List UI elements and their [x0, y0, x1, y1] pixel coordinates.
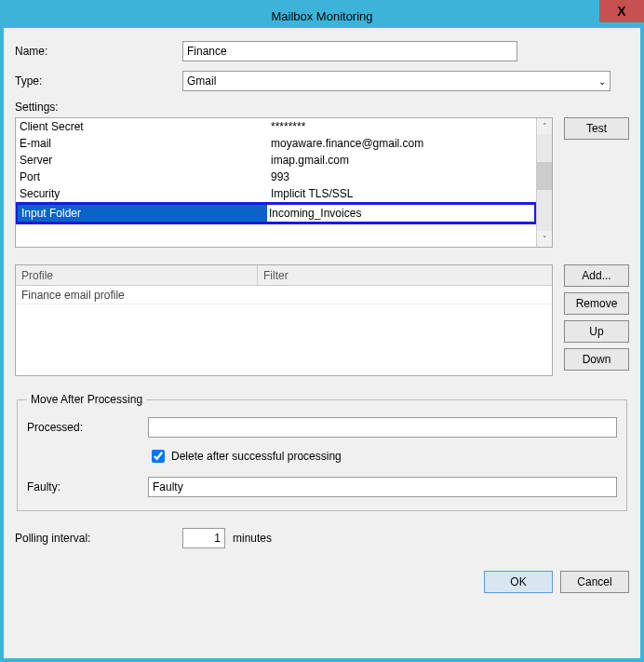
profiles-list: Profile Filter Finance email profile: [15, 264, 553, 376]
processed-row: Processed:: [27, 417, 617, 438]
faulty-input[interactable]: [148, 477, 617, 497]
settings-row[interactable]: Client Secret ********: [16, 118, 536, 135]
type-label: Type:: [15, 74, 182, 88]
settings-scrollbar[interactable]: ˄ ˅: [536, 118, 552, 247]
add-button[interactable]: Add...: [564, 264, 629, 287]
window-title: Mailbox Monitoring: [271, 9, 372, 23]
faulty-row: Faulty:: [27, 477, 617, 497]
profiles-header: Profile Filter: [16, 265, 552, 286]
move-legend: Move After Processing: [27, 393, 146, 406]
scroll-track[interactable]: [537, 134, 552, 231]
settings-rows[interactable]: Client Secret ******** E-mail moyaware.f…: [16, 118, 536, 247]
faulty-label: Faulty:: [27, 480, 148, 493]
filter-header-col[interactable]: Filter: [258, 265, 552, 285]
ok-button[interactable]: OK: [484, 571, 553, 593]
move-after-processing-group: Move After Processing Processed: Delete …: [17, 393, 627, 511]
profile-cell: Finance email profile: [16, 286, 258, 304]
settings-editing-input[interactable]: [267, 205, 534, 222]
settings-side-buttons: Test: [564, 117, 629, 248]
profile-row[interactable]: Finance email profile: [16, 286, 552, 304]
profiles-area: Profile Filter Finance email profile Add…: [15, 264, 629, 376]
settings-list: Client Secret ******** E-mail moyaware.f…: [15, 117, 553, 248]
delete-checkbox[interactable]: [152, 450, 165, 463]
delete-checkbox-label: Delete after successful processing: [171, 450, 342, 463]
settings-area: Client Secret ******** E-mail moyaware.f…: [15, 117, 629, 248]
settings-row[interactable]: E-mail moyaware.finance@gmail.com: [16, 135, 536, 152]
name-row: Name:: [15, 41, 629, 61]
settings-row[interactable]: Security Implicit TLS/SSL: [16, 185, 536, 202]
settings-label: Settings:: [15, 101, 629, 114]
filter-cell: [258, 286, 552, 304]
profile-header-col[interactable]: Profile: [16, 265, 258, 285]
test-button[interactable]: Test: [564, 117, 629, 140]
polling-row: Polling interval: minutes: [15, 528, 629, 548]
profiles-side-buttons: Add... Remove Up Down: [564, 264, 629, 376]
type-value: Gmail: [187, 74, 216, 88]
polling-label: Polling interval:: [15, 532, 175, 545]
processed-input[interactable]: [148, 417, 617, 438]
scroll-down-icon[interactable]: ˅: [537, 231, 552, 247]
scroll-thumb[interactable]: [537, 162, 552, 190]
close-icon: X: [617, 4, 625, 19]
settings-row-editing[interactable]: Input Folder: [16, 202, 536, 224]
dialog-window: Mailbox Monitoring X Name: Type: Gmail ⌄…: [0, 0, 644, 662]
name-label: Name:: [15, 45, 182, 58]
settings-row[interactable]: Server imap.gmail.com: [16, 152, 536, 169]
content-area: Name: Type: Gmail ⌄ Settings: Client Sec…: [4, 28, 640, 604]
settings-editing-name: Input Folder: [18, 205, 267, 222]
scroll-up-icon[interactable]: ˄: [537, 118, 552, 134]
type-select[interactable]: Gmail ⌄: [182, 71, 610, 91]
down-button[interactable]: Down: [564, 348, 629, 371]
titlebar: Mailbox Monitoring X: [4, 4, 640, 28]
type-row: Type: Gmail ⌄: [15, 71, 629, 91]
delete-checkbox-row: Delete after successful processing: [27, 447, 617, 466]
processed-label: Processed:: [27, 421, 148, 434]
name-input[interactable]: [182, 41, 517, 61]
remove-button[interactable]: Remove: [564, 292, 629, 315]
chevron-down-icon: ⌄: [598, 76, 606, 87]
polling-input[interactable]: [182, 528, 225, 548]
close-button[interactable]: X: [599, 0, 644, 22]
up-button[interactable]: Up: [564, 320, 629, 343]
minutes-label: minutes: [233, 532, 272, 545]
bottom-buttons: OK Cancel: [15, 571, 629, 593]
settings-row[interactable]: Port 993: [16, 169, 536, 185]
cancel-button[interactable]: Cancel: [560, 571, 629, 593]
